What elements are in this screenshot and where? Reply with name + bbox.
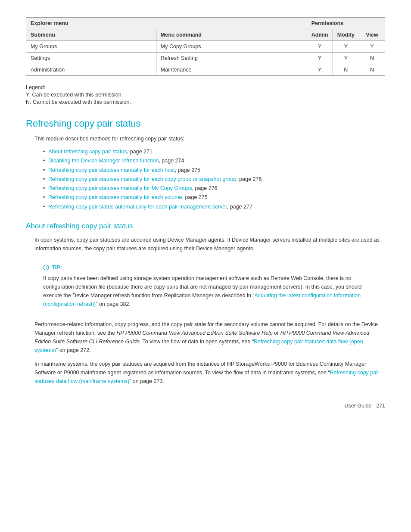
admin-cell: Y xyxy=(307,64,333,76)
view-cell: N xyxy=(359,64,385,76)
bullet-link-3[interactable]: Refreshing copy pair statuses manually f… xyxy=(48,167,175,173)
view-cell: Y xyxy=(359,41,385,53)
bullet-suffix-6: , page 275 xyxy=(182,194,208,200)
submenu-cell: Settings xyxy=(26,53,156,64)
explorer-menu-header: Explorer menu xyxy=(26,18,307,29)
para2-part4: ” on page 272. xyxy=(56,347,91,353)
about-para2: Performance-related information, copy pr… xyxy=(26,320,385,355)
modify-header: Modify xyxy=(333,29,359,41)
view-cell: N xyxy=(359,53,385,64)
legend-n: N: Cannot be executed with this permissi… xyxy=(26,99,385,105)
list-item: Refreshing copy pair status automaticall… xyxy=(43,202,385,212)
tip-link[interactable]: Acquiring the latest configuration infor… xyxy=(43,292,361,307)
list-item: Refreshing copy pair statuses manually f… xyxy=(43,166,385,175)
view-header: View xyxy=(359,29,385,41)
bullet-link-6[interactable]: Refreshing copy pair statuses manually f… xyxy=(48,194,182,200)
bullet-link-5[interactable]: Refreshing copy pair statuses manually f… xyxy=(48,185,192,191)
submenu-header: Submenu xyxy=(26,29,156,41)
bullet-list: About refreshing copy pair status, page … xyxy=(26,147,385,212)
tip-content: If copy pairs have been defined using st… xyxy=(43,274,368,308)
about-para1: In open systems, copy pair statuses are … xyxy=(26,236,385,253)
tip-label: TIP: xyxy=(43,264,368,271)
about-para3: In mainframe systems, the copy pair stat… xyxy=(26,360,385,386)
menu-command-cell: Refresh Setting xyxy=(156,53,307,64)
bullet-suffix-3: , page 275 xyxy=(175,167,200,173)
legend: Legend: Y: Can be executed with this per… xyxy=(26,84,385,105)
list-item: Refreshing copy pair statuses manually f… xyxy=(43,184,385,193)
bullet-link-1[interactable]: About refreshing copy pair status xyxy=(48,149,127,155)
bullet-suffix-2: , page 274 xyxy=(159,158,184,164)
modify-cell: N xyxy=(333,64,359,76)
list-item: Refreshing copy pair statuses manually f… xyxy=(43,175,385,184)
main-intro: This module describes methods for refres… xyxy=(26,134,385,143)
list-item: About refreshing copy pair status, page … xyxy=(43,147,385,156)
modify-cell: Y xyxy=(333,53,359,64)
list-item: Disabling the Device Manager refresh fun… xyxy=(43,156,385,165)
submenu-cell: Administration xyxy=(26,64,156,76)
permissions-table: Explorer menu Permissions Submenu Menu c… xyxy=(26,17,385,76)
legend-y: Y: Can be executed with this permission. xyxy=(26,92,385,98)
table-row: Settings Refresh Setting Y Y N xyxy=(26,53,385,64)
bullet-suffix-1: , page 271 xyxy=(127,149,153,155)
permissions-header: Permissions xyxy=(307,18,385,29)
about-section-title: About refreshing copy pair status xyxy=(26,222,385,230)
tip-icon xyxy=(43,264,49,271)
para2-part3: . To view the flow of data in open syste… xyxy=(140,339,254,345)
para2-part2: or xyxy=(273,330,280,336)
bullet-link-2[interactable]: Disabling the Device Manager refresh fun… xyxy=(48,158,159,164)
legend-label: Legend: xyxy=(26,84,385,90)
modify-cell: Y xyxy=(333,41,359,53)
admin-cell: Y xyxy=(307,53,333,64)
menu-command-cell: My Copy Groups xyxy=(156,41,307,53)
submenu-cell: My Groups xyxy=(26,41,156,53)
para2-italic1: HP P9000 Command View Advanced Edition S… xyxy=(116,330,272,336)
bullet-suffix-4: , page 276 xyxy=(236,176,262,182)
para3-part1: In mainframe systems, the copy pair stat… xyxy=(34,361,366,376)
tip-box: TIP: If copy pairs have been defined usi… xyxy=(34,260,377,313)
bullet-link-7[interactable]: Refreshing copy pair status automaticall… xyxy=(48,204,227,210)
para3-part2: ” on page 273. xyxy=(129,378,164,384)
svg-point-2 xyxy=(46,268,47,269)
bullet-link-4[interactable]: Refreshing copy pair statuses manually f… xyxy=(48,176,236,182)
menu-command-header: Menu command xyxy=(156,29,307,41)
list-item: Refreshing copy pair statuses manually f… xyxy=(43,193,385,202)
tip-label-text: TIP: xyxy=(52,264,62,271)
footer: User Guide 271 xyxy=(26,403,385,409)
table-row: Administration Maintenance Y N N xyxy=(26,64,385,76)
footer-label: User Guide xyxy=(344,403,371,409)
bullet-suffix-7: , page 277 xyxy=(227,204,252,210)
admin-cell: Y xyxy=(307,41,333,53)
bullet-suffix-5: , page 276 xyxy=(192,185,217,191)
menu-command-cell: Maintenance xyxy=(156,64,307,76)
main-section-title: Refreshing copy pair status xyxy=(26,118,385,129)
admin-header: Admin xyxy=(307,29,333,41)
table-row: My Groups My Copy Groups Y Y Y xyxy=(26,41,385,53)
footer-page: 271 xyxy=(376,403,385,409)
